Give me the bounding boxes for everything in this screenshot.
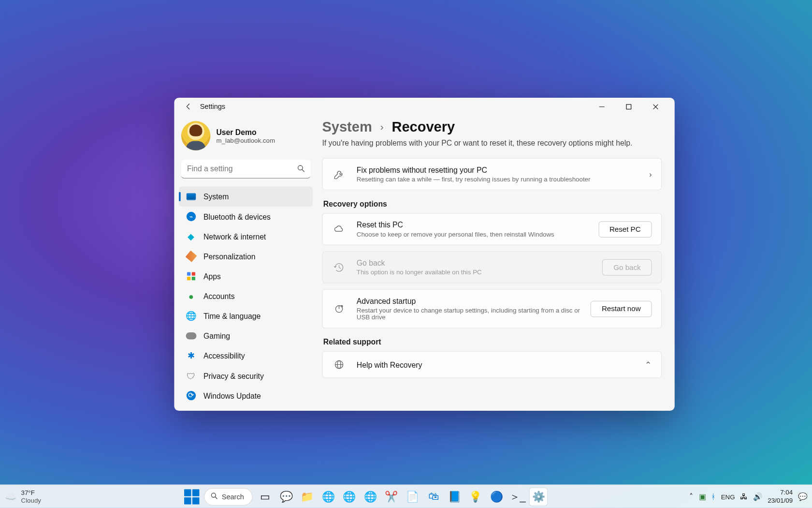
section-heading-recovery: Recovery options — [323, 199, 662, 208]
maximize-button[interactable] — [615, 98, 642, 115]
breadcrumb-current: Recovery — [392, 119, 455, 135]
sidebar: User Demo m_lab@outlook.com System — [174, 115, 317, 411]
tray-volume-icon[interactable]: 🔊 — [753, 492, 762, 501]
system-icon — [186, 192, 197, 202]
card-subtitle: This option is no longer available on th… — [357, 269, 592, 276]
sidebar-item-update[interactable]: ⟳ Windows Update — [179, 386, 313, 405]
file-explorer-icon[interactable]: 📁 — [298, 488, 316, 505]
search-icon — [211, 492, 218, 501]
sidebar-item-network[interactable]: ◆ Network & internet — [179, 226, 313, 246]
sidebar-item-label: System — [203, 192, 229, 201]
window-title: Settings — [200, 103, 225, 111]
network-icon: ◆ — [186, 231, 197, 242]
sidebar-item-gaming[interactable]: Gaming — [179, 326, 313, 346]
back-button[interactable] — [180, 98, 197, 115]
tray-overflow-icon[interactable]: ˄ — [689, 492, 693, 501]
sidebar-item-label: Accessibility — [203, 351, 245, 360]
chrome-icon[interactable]: 🔵 — [488, 488, 505, 505]
titlebar: Settings — [174, 98, 674, 115]
search-input[interactable] — [181, 160, 310, 179]
breadcrumb-parent[interactable]: System — [322, 119, 372, 135]
card-subtitle: Restart your device to change startup se… — [357, 307, 580, 321]
time-icon: 🌐 — [186, 311, 197, 321]
card-title: Reset this PC — [357, 221, 588, 229]
sidebar-item-personalization[interactable]: Personalization — [179, 246, 313, 266]
taskbar: ☁️ 37°F Cloudy Search ▭ 💬 📁 🌐 🌐 🌐 ✂️ — [0, 484, 812, 508]
notepad-icon[interactable]: 📄 — [404, 488, 421, 505]
nav-list: System ⌁ Bluetooth & devices ◆ Network &… — [179, 187, 313, 405]
update-icon: ⟳ — [186, 390, 197, 401]
taskbar-weather[interactable]: ☁️ 37°F Cloudy — [5, 490, 41, 504]
sidebar-item-privacy[interactable]: 🛡 Privacy & security — [179, 366, 313, 386]
settings-window: Settings User Demo m_lab@outlook.com — [174, 98, 674, 411]
start-button[interactable] — [183, 488, 201, 505]
go-back-button: Go back — [602, 259, 652, 275]
reset-pc-button[interactable]: Reset PC — [598, 221, 652, 238]
reset-pc-card: Reset this PC Choose to keep or remove y… — [322, 213, 662, 245]
help-recovery-card[interactable]: Help with Recovery ⌃ — [322, 351, 662, 378]
edge-canary-icon[interactable]: 🌐 — [362, 488, 379, 505]
tray-date: 23/01/09 — [768, 496, 793, 504]
tray-time: 7:04 — [780, 489, 793, 496]
sidebar-item-bluetooth[interactable]: ⌁ Bluetooth & devices — [179, 207, 313, 226]
advanced-startup-card: Advanced startup Restart your device to … — [322, 289, 662, 328]
card-title: Fix problems without resetting your PC — [357, 165, 638, 174]
card-title: Advanced startup — [357, 297, 580, 305]
settings-icon[interactable]: ⚙️ — [530, 488, 547, 505]
personalization-icon — [186, 251, 197, 262]
search-box[interactable] — [181, 160, 310, 179]
sidebar-item-apps[interactable]: Apps — [179, 266, 313, 286]
sidebar-item-label: Accounts — [203, 292, 235, 300]
sidebar-item-time[interactable]: 🌐 Time & language — [179, 306, 313, 326]
main-content: System › Recovery If you're having probl… — [318, 115, 675, 411]
tray-notifications-icon[interactable]: 💬 — [798, 492, 807, 501]
sidebar-item-system[interactable]: System — [179, 187, 313, 207]
history-icon — [332, 261, 346, 273]
sidebar-item-label: Apps — [203, 272, 221, 281]
tray-security-icon[interactable]: ▣ — [699, 492, 706, 501]
card-subtitle: Choose to keep or remove your personal f… — [357, 231, 588, 238]
sidebar-item-label: Time & language — [203, 312, 261, 320]
edge-icon[interactable]: 🌐 — [319, 488, 337, 505]
card-title: Go back — [357, 259, 592, 268]
tray-clock[interactable]: 7:04 23/01/09 — [768, 489, 793, 504]
profile-block[interactable]: User Demo m_lab@outlook.com — [179, 119, 313, 156]
weather-icon: ☁️ — [5, 491, 16, 502]
search-label: Search — [222, 493, 244, 501]
profile-email: m_lab@outlook.com — [217, 136, 275, 144]
keep-icon[interactable]: 💡 — [467, 488, 484, 505]
wrench-icon — [332, 168, 346, 180]
minimize-button[interactable] — [588, 98, 615, 115]
chat-icon[interactable]: 💬 — [277, 488, 295, 505]
taskbar-search[interactable]: Search — [204, 488, 252, 505]
svg-rect-1 — [626, 104, 631, 109]
restart-now-button[interactable]: Restart now — [591, 300, 652, 317]
chevron-up-icon: ⌃ — [645, 360, 652, 369]
system-tray: ˄ ▣ ᚼ ENG 🖧 🔊 7:04 23/01/09 💬 — [689, 489, 807, 504]
sidebar-item-accessibility[interactable]: ✱ Accessibility — [179, 346, 313, 366]
gaming-icon — [186, 330, 197, 341]
docs-icon[interactable]: 📘 — [446, 488, 463, 505]
apps-icon — [186, 271, 197, 282]
troubleshoot-card[interactable]: Fix problems without resetting your PC R… — [322, 158, 662, 191]
terminal-icon[interactable]: ＞_ — [509, 488, 526, 505]
avatar — [181, 121, 210, 150]
close-button[interactable] — [642, 98, 669, 115]
bluetooth-icon: ⌁ — [186, 211, 197, 222]
snipping-tool-icon[interactable]: ✂️ — [382, 488, 400, 505]
tray-bluetooth-icon[interactable]: ᚼ — [711, 492, 716, 501]
accounts-icon: ● — [186, 291, 197, 301]
section-heading-support: Related support — [323, 338, 662, 346]
sidebar-item-accounts[interactable]: ● Accounts — [179, 286, 313, 306]
search-icon — [297, 164, 305, 175]
profile-name: User Demo — [217, 128, 275, 136]
tray-network-icon[interactable]: 🖧 — [740, 492, 748, 501]
edge-beta-icon[interactable]: 🌐 — [340, 488, 358, 505]
store-icon[interactable]: 🛍 — [424, 488, 442, 505]
card-subtitle: Resetting can take a while — first, try … — [357, 176, 638, 183]
go-back-card: Go back This option is no longer availab… — [322, 251, 662, 284]
tray-language[interactable]: ENG — [721, 493, 735, 500]
chevron-right-icon: › — [380, 121, 384, 133]
task-view-icon[interactable]: ▭ — [256, 488, 274, 505]
taskbar-center: Search ▭ 💬 📁 🌐 🌐 🌐 ✂️ 📄 🛍 📘 💡 🔵 ＞_ ⚙️ — [41, 488, 689, 505]
